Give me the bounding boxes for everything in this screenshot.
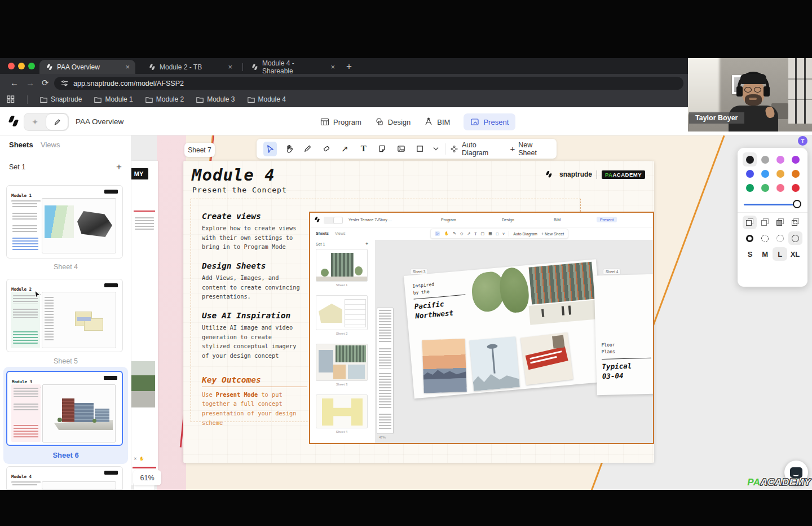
browser-tab-1[interactable]: PAA Overview ×	[39, 60, 135, 74]
collaborator-avatar[interactable]: T	[798, 136, 807, 146]
module-4-sheet[interactable]: snaptrude PAACADEMY Module 4 Present the…	[183, 161, 654, 463]
text-tool[interactable]: T	[357, 142, 370, 156]
color-swatch-lightblue[interactable]	[758, 166, 772, 181]
bookmark-module-1[interactable]: Module 1	[94, 95, 133, 103]
apps-grid-icon[interactable]	[7, 95, 15, 103]
fill-style-pattern-square[interactable]	[788, 216, 802, 229]
mode-program[interactable]: Program	[320, 117, 361, 126]
stroke-width-slider[interactable]	[744, 200, 801, 209]
frame-tool[interactable]	[413, 142, 426, 156]
partial-sheet-left[interactable]: MY ✕✋	[131, 161, 158, 485]
back-button[interactable]: ←	[10, 78, 19, 87]
add-set-button[interactable]: +	[116, 161, 122, 173]
close-window-button[interactable]	[8, 63, 15, 69]
color-swatch-red[interactable]	[788, 181, 802, 195]
color-swatch-purple[interactable]	[788, 152, 802, 166]
zoom-window-button[interactable]	[28, 63, 35, 69]
sheet-thumbnail-5[interactable]: Module 2	[6, 279, 123, 352]
image-tool[interactable]	[394, 142, 408, 156]
edit-mode-toggle[interactable]: ✦	[24, 113, 69, 131]
new-tab-button[interactable]: +	[346, 61, 352, 72]
watercolor-building	[529, 262, 595, 305]
bookmark-module-3[interactable]: Module 3	[196, 95, 235, 103]
thumb-caption-selected: Sheet 6	[0, 451, 131, 459]
arrow-tool[interactable]: ↗	[338, 142, 352, 156]
stroke-style-thin-circle[interactable]	[788, 231, 802, 245]
plus-icon: +	[510, 144, 515, 154]
close-tab-icon[interactable]: ×	[228, 63, 232, 71]
browser-tab-3[interactable]: Module 4 - Shareable ×	[245, 60, 341, 74]
minimize-window-button[interactable]	[18, 63, 25, 69]
bookmark-module-2[interactable]: Module 2	[145, 95, 184, 103]
select-tool[interactable]	[263, 142, 277, 156]
browser-tab-2[interactable]: Module 2 - TB ×	[142, 60, 238, 74]
fill-style-solid-square[interactable]	[773, 216, 787, 229]
mini-mode-bim: BIM	[554, 218, 561, 222]
collage-title: PacificNorthwest	[414, 299, 453, 322]
slider-knob[interactable]	[793, 200, 801, 208]
auto-diagram-button[interactable]: Auto Diagram	[451, 141, 501, 157]
close-tab-icon[interactable]: ×	[330, 63, 335, 71]
sheet-subtitle: Present the Concept	[192, 186, 287, 194]
tree	[58, 418, 62, 422]
pen-style-panel: S M L XL	[738, 148, 807, 287]
color-swatch-green[interactable]	[743, 181, 757, 195]
mode-present[interactable]: Present	[464, 113, 515, 130]
sheet-title: Module 4	[192, 165, 275, 185]
size-m[interactable]: M	[758, 247, 773, 261]
color-swatch-blue[interactable]	[743, 166, 757, 181]
color-swatch-orchid[interactable]	[773, 152, 787, 166]
sheet-name-chip[interactable]: Sheet 7	[184, 143, 215, 157]
layer-list-lines	[45, 297, 54, 342]
fill-style-outline-square[interactable]	[758, 216, 772, 229]
tab-views[interactable]: Views	[41, 141, 60, 149]
presentation-canvas[interactable]: MY ✕✋ snaptrude PAACADEMY Module 4 Prese…	[131, 135, 812, 490]
color-swatch-gray[interactable]	[758, 152, 772, 166]
color-swatch-pink[interactable]	[773, 181, 787, 195]
plans-title: Typical03-04	[602, 362, 632, 382]
mini-sheet4-chip: Sheet 4	[603, 269, 620, 274]
color-swatch-lightgreen[interactable]	[758, 181, 772, 195]
mini-set-label: Set 1	[316, 242, 325, 246]
mini-mode-design: Design	[502, 218, 514, 222]
stroke-style-bold-circle[interactable]	[743, 231, 757, 245]
color-swatch-orange[interactable]	[788, 166, 802, 181]
stroke-style-dashed-circle[interactable]	[758, 231, 772, 245]
tab-sheets[interactable]: Sheets	[9, 141, 33, 149]
section-heading: Create views	[202, 212, 302, 221]
sparkle-ai-icon[interactable]: ✦	[24, 113, 46, 130]
pencil-tool[interactable]	[301, 142, 314, 156]
forward-button[interactable]: →	[26, 78, 34, 87]
bookmark-snaptrude[interactable]: Snaptrude	[40, 95, 82, 103]
mode-design[interactable]: Design	[375, 117, 411, 126]
mode-bim[interactable]: BIM	[424, 117, 450, 126]
pencil-edit-icon[interactable]	[46, 113, 68, 130]
canvas-decor-pink-band	[157, 135, 186, 490]
site-settings-icon[interactable]	[61, 80, 68, 87]
fill-style-double-square[interactable]	[743, 216, 757, 229]
new-sheet-button[interactable]: + New Sheet	[510, 141, 550, 157]
mini-thumb-2: Sheet 2	[316, 295, 368, 335]
eraser-tool[interactable]	[319, 142, 333, 156]
pan-hand-tool[interactable]	[282, 142, 295, 156]
sticky-note-tool[interactable]	[376, 142, 389, 156]
key-outcomes-body: Use Present Mode to put together a full …	[202, 390, 302, 428]
stroke-style-dotted-circle[interactable]	[773, 231, 787, 245]
size-l[interactable]: L	[773, 247, 787, 261]
more-tools-chevron-icon[interactable]	[431, 142, 440, 156]
color-swatch-amber[interactable]	[773, 166, 787, 181]
address-bar[interactable]: app.snaptrude.com/model/AFSSP2	[54, 77, 683, 90]
sheet-brand-row: snaptrude PAACADEMY	[544, 169, 645, 180]
thumb-caption: Sheet 5	[0, 357, 131, 365]
sheet-thumbnail-4[interactable]: Module 1	[6, 185, 123, 258]
size-xl[interactable]: XL	[788, 247, 802, 261]
bookmark-module-4[interactable]: Module 4	[248, 95, 286, 103]
reload-button[interactable]: ⟳	[42, 78, 49, 88]
french-door	[788, 58, 812, 124]
size-s[interactable]: S	[743, 247, 757, 261]
close-tab-icon[interactable]: ×	[125, 63, 130, 71]
sheet-thumbnail-6[interactable]: Module 3	[6, 371, 123, 446]
bookmarks-divider	[27, 95, 28, 104]
mode-switcher: Program Design BIM Present	[320, 112, 515, 132]
color-swatch-black[interactable]	[743, 152, 757, 166]
